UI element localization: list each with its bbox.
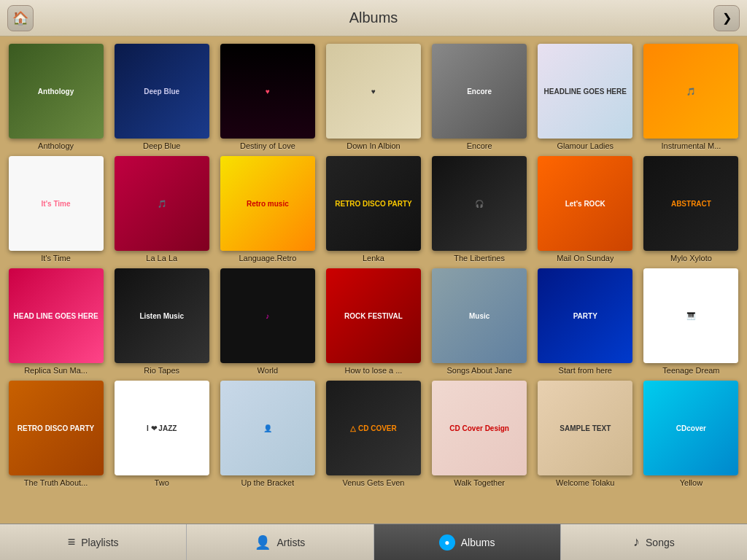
album-cover-art-language: Retro music (220, 156, 315, 251)
album-item-deepblue[interactable]: Deep BlueDeep Blue (112, 44, 212, 150)
album-item-encore[interactable]: EncoreEncore (430, 44, 530, 150)
album-item-replica[interactable]: HEAD LINE GOES HEREReplica Sun Ma... (6, 268, 106, 375)
album-cover-art-anthology: Anthology (9, 44, 104, 139)
album-label-encore: Encore (467, 141, 492, 150)
album-cover-yellow: CDcover (643, 381, 738, 475)
album-label-instrumental: Instrumental M... (661, 141, 721, 150)
album-cover-art-destiny: ♥ (220, 44, 315, 139)
album-item-lenka[interactable]: RETRO DISCO PARTYLenka (323, 156, 423, 262)
album-label-anthology: Anthology (38, 141, 74, 150)
album-label-downin: Down In Albion (347, 141, 400, 150)
album-cover-two: I ❤ JAZZ (115, 381, 209, 475)
album-item-world[interactable]: ♪World (217, 268, 317, 375)
album-cover-glamour: HEADLINE GOES HERE (538, 44, 632, 139)
album-cover-art-downin: ♥ (326, 44, 421, 139)
songs-icon: ♪ (633, 534, 640, 550)
album-label-upbracket: Up the Bracket (241, 478, 294, 487)
album-cover-itstime: It's Time (9, 156, 104, 251)
album-item-mylo[interactable]: ABSTRACTMylo Xyloto (641, 156, 741, 262)
album-item-itstime[interactable]: It's TimeIt's Time (6, 156, 106, 262)
album-cover-songs: Music (432, 268, 527, 363)
album-item-anthology[interactable]: AnthologyAnthology (6, 44, 106, 150)
album-label-glamour: Glamour Ladies (557, 141, 614, 150)
album-label-welcome: Welcome Tolaku (556, 478, 614, 487)
playlists-icon: ≡ (68, 534, 76, 550)
album-cover-howtol: ROCK FESTIVAL (326, 268, 421, 363)
album-label-venus: Venus Gets Even (342, 478, 404, 487)
album-item-destiny[interactable]: ♥Destiny of Love (217, 44, 317, 150)
album-item-language[interactable]: Retro musicLanguage.Retro (217, 156, 317, 262)
album-label-lenka: Lenka (363, 254, 384, 262)
album-cover-libertines: 🎧 (432, 156, 527, 251)
album-label-world: World (258, 366, 279, 375)
artists-icon: 👤 (255, 534, 271, 551)
nav-artists[interactable]: 👤 Artists (187, 524, 374, 560)
album-label-two: Two (155, 478, 169, 487)
page-title: Albums (349, 9, 398, 26)
album-item-walk[interactable]: CD Cover DesignWalk Together (430, 381, 530, 487)
albums-content: AnthologyAnthologyDeep BlueDeep Blue♥Des… (0, 36, 747, 524)
album-cover-language: Retro music (220, 156, 315, 251)
album-cover-art-mylo: ABSTRACT (643, 156, 738, 251)
album-cover-destiny: ♥ (220, 44, 315, 139)
album-cover-mailsunday: Let's ROCK (538, 156, 632, 251)
album-item-truth[interactable]: RETRO DISCO PARTYThe Truth About... (6, 381, 106, 487)
bottom-navigation: ≡ Playlists 👤 Artists ● Albums ♪ Songs (0, 524, 747, 560)
album-cover-venus: △ CD COVER (326, 381, 421, 475)
album-item-welcome[interactable]: SAMPLE TEXTWelcome Tolaku (535, 381, 635, 487)
album-cover-art-yellow: CDcover (643, 381, 738, 475)
album-cover-upbracket: 👤 (220, 381, 315, 475)
album-label-songs: Songs About Jane (446, 366, 511, 375)
album-label-itstime: It's Time (41, 254, 71, 262)
album-label-lalala: La La La (146, 254, 177, 262)
album-item-startfrom[interactable]: PARTYStart from here (535, 268, 635, 375)
album-cover-art-glamour: HEADLINE GOES HERE (538, 44, 632, 139)
album-cover-art-encore: Encore (432, 44, 527, 139)
nav-albums[interactable]: ● Albums (374, 524, 561, 560)
album-cover-instrumental: 🎵 (643, 44, 738, 139)
album-item-two[interactable]: I ❤ JAZZTwo (112, 381, 212, 487)
album-cover-art-deepblue: Deep Blue (115, 44, 209, 139)
artists-label: Artists (276, 537, 305, 548)
album-cover-world: ♪ (220, 268, 315, 363)
album-label-language: Language.Retro (239, 254, 296, 262)
album-cover-art-teenage: 🎹 (643, 268, 738, 363)
album-cover-art-itstime: It's Time (9, 156, 104, 251)
album-item-upbracket[interactable]: 👤Up the Bracket (217, 381, 317, 487)
album-item-instrumental[interactable]: 🎵Instrumental M... (641, 44, 741, 150)
album-label-mylo: Mylo Xyloto (670, 254, 712, 262)
album-cover-art-truth: RETRO DISCO PARTY (9, 381, 104, 475)
back-button[interactable]: ❯ (713, 5, 740, 31)
album-item-libertines[interactable]: 🎧The Libertines (430, 156, 530, 262)
album-cover-lenka: RETRO DISCO PARTY (326, 156, 421, 251)
songs-label: Songs (646, 537, 675, 548)
album-label-replica: Replica Sun Ma... (24, 366, 88, 375)
album-cover-art-replica: HEAD LINE GOES HERE (9, 268, 104, 363)
album-cover-startfrom: PARTY (538, 268, 632, 363)
album-cover-anthology: Anthology (9, 44, 104, 139)
nav-playlists[interactable]: ≡ Playlists (0, 524, 187, 560)
album-item-lalala[interactable]: 🎵La La La (112, 156, 212, 262)
album-cover-art-upbracket: 👤 (220, 381, 315, 475)
album-item-glamour[interactable]: HEADLINE GOES HEREGlamour Ladies (535, 44, 635, 150)
album-label-mailsunday: Mail On Sunday (557, 254, 614, 262)
album-item-yellow[interactable]: CDcoverYellow (641, 381, 741, 487)
album-item-teenage[interactable]: 🎹Teenage Dream (641, 268, 741, 375)
nav-songs[interactable]: ♪ Songs (561, 524, 747, 560)
album-cover-art-startfrom: PARTY (538, 268, 632, 363)
album-item-songs[interactable]: MusicSongs About Jane (430, 268, 530, 375)
home-button[interactable]: 🏠 (7, 5, 34, 31)
album-cover-mylo: ABSTRACT (643, 156, 738, 251)
album-item-howtol[interactable]: ROCK FESTIVALHow to lose a ... (323, 268, 423, 375)
album-label-truth: The Truth About... (24, 478, 88, 487)
album-label-howtol: How to lose a ... (345, 366, 403, 375)
album-item-venus[interactable]: △ CD COVERVenus Gets Even (323, 381, 423, 487)
album-item-downin[interactable]: ♥Down In Albion (323, 44, 423, 150)
album-item-mailsunday[interactable]: Let's ROCKMail On Sunday (535, 156, 635, 262)
album-item-riotapes[interactable]: Listen MusicRio Tapes (112, 268, 212, 375)
album-cover-welcome: SAMPLE TEXT (538, 381, 632, 475)
albums-grid: AnthologyAnthologyDeep BlueDeep Blue♥Des… (6, 44, 741, 487)
album-cover-walk: CD Cover Design (432, 381, 527, 475)
albums-label: Albums (461, 537, 495, 548)
album-cover-art-libertines: 🎧 (432, 156, 527, 251)
